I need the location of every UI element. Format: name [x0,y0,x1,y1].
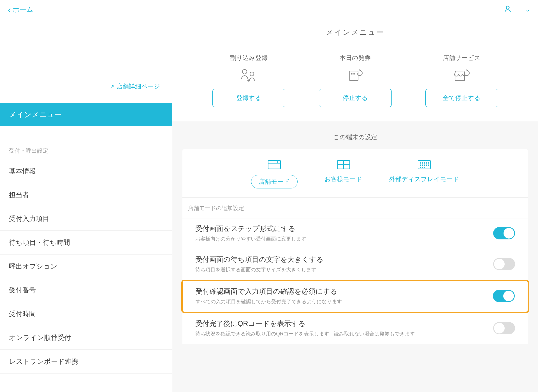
sidebar-active-label: メインメニュー [9,110,62,119]
setting-row: 受付画面をステップ形式にするお客様向けの分かりやすい受付画面に変更します [182,218,528,249]
setting-title: 受付画面をステップ形式にする [195,224,493,233]
chevron-left-icon: ‹ [8,5,11,14]
topbar-right: ⌄ [504,5,530,14]
setting-row: 受付確認画面で入力項目の確認を必須にするすべての入力項目を確認してから受付完了で… [181,280,529,313]
svg-rect-3 [350,71,358,81]
settings-section: 店舗モードの追加設定 受付画面をステップ形式にするお客様向けの分かりやすい受付画… [182,198,528,344]
svg-point-22 [422,165,423,166]
setting-title: 受付画面の待ち項目の文字を大きくする [195,255,493,264]
chevron-down-icon[interactable]: ⌄ [525,6,530,13]
toggle-switch[interactable] [493,258,515,270]
mode-tabs: 店舗モードお客様モード外部ディスプレイモード [182,149,528,198]
setting-text: 受付画面をステップ形式にするお客様向けの分かりやすい受付画面に変更します [195,224,493,242]
people-swap-icon [240,67,258,85]
mode-tab-icon [417,159,432,171]
svg-point-16 [420,163,421,164]
menu-card-title: 本日の発券 [340,54,371,62]
toggle-switch[interactable] [493,322,515,334]
sidebar-item[interactable]: 受付入力項目 [0,207,172,231]
settings-section-label: 店舗モードの追加設定 [182,198,528,218]
svg-point-26 [420,167,421,168]
toggle-switch[interactable] [493,227,515,239]
svg-point-20 [428,163,429,164]
svg-point-0 [506,6,509,9]
sidebar-item-main-menu[interactable]: メインメニュー [0,103,172,126]
store-detail-link[interactable]: ↗ 店舗詳細ページ [110,82,160,91]
main-content: メインメニュー 割り込み登録登録する本日の発券停止する店舗サービス全て停止する … [172,19,538,392]
menu-card-title: 店舗サービス [443,54,481,62]
sidebar-item[interactable]: 受付時間 [0,302,172,326]
menu-card: 店舗サービス全て停止する [425,54,498,107]
sidebar-item[interactable]: 担当者 [0,183,172,207]
mode-tab-label: 店舗モード [251,175,298,188]
sidebar-item[interactable]: 受付番号 [0,278,172,302]
store-detail-label: 店舗詳細ページ [117,82,160,91]
svg-point-21 [420,165,421,166]
svg-point-4 [351,74,351,74]
menu-card-button[interactable]: 停止する [319,89,392,107]
sidebar-item[interactable]: 基本情報 [0,159,172,183]
svg-point-19 [426,163,427,164]
svg-point-17 [422,163,423,164]
svg-point-5 [353,74,353,74]
menu-card-button[interactable]: 登録する [212,89,285,107]
menu-card: 割り込み登録登録する [212,54,285,107]
svg-point-28 [424,167,425,168]
mode-tab[interactable]: お客様モード [324,159,362,188]
setting-row: 受付完了後にQRコードを表示する待ち状況を確認できる読み取り用のQRコードを表示… [182,313,528,344]
setting-text: 受付確認画面で入力項目の確認を必須にするすべての入力項目を確認してから受付完了で… [196,287,493,305]
sidebar: ↗ 店舗詳細ページ メインメニュー 受付・呼出設定 基本情報担当者受付入力項目待… [0,19,172,392]
svg-point-23 [424,165,425,166]
setting-desc: すべての入力項目を確認してから受付完了できるようになります [196,298,493,305]
setting-text: 受付完了後にQRコードを表示する待ち状況を確認できる読み取り用のQRコードを表示… [195,319,493,337]
svg-point-18 [424,163,425,164]
back-button[interactable]: ‹ ホーム [8,5,33,14]
user-icon[interactable] [504,5,512,14]
setting-desc: 待ち状況を確認できる読み取り用のQRコードを表示します 読み取れない場合は発券も… [195,330,493,337]
mode-tab-icon [267,159,282,171]
topbar: ‹ ホーム ⌄ [0,0,538,19]
menu-card-title: 割り込み登録 [230,54,268,62]
setting-desc: お客様向けの分かりやすい受付画面に変更します [195,235,493,242]
svg-rect-7 [268,160,280,169]
ticket-refresh-icon [347,67,364,85]
external-link-icon: ↗ [110,83,114,90]
sidebar-item[interactable]: 待ち項目・待ち時間 [0,231,172,255]
sidebar-item[interactable]: オンライン順番受付 [0,326,172,350]
toggle-switch[interactable] [493,290,515,302]
sidebar-item[interactable]: レストランボード連携 [0,350,172,374]
setting-title: 受付完了後にQRコードを表示する [195,319,493,328]
svg-point-24 [426,165,427,166]
svg-point-2 [250,72,254,76]
svg-point-1 [242,69,247,74]
sidebar-header-area: ↗ 店舗詳細ページ [0,19,172,103]
device-settings-header: この端末の設定 [172,121,538,149]
store-refresh-icon [453,67,471,85]
svg-point-6 [354,74,355,74]
menu-card-button[interactable]: 全て停止する [425,89,498,107]
setting-title: 受付確認画面で入力項目の確認を必須にする [196,287,493,296]
mode-box: 店舗モードお客様モード外部ディスプレイモード [182,149,528,198]
mode-tab[interactable]: 外部ディスプレイモード [389,159,459,188]
setting-row: 受付画面の待ち項目の文字を大きくする待ち項目を選択する画面の文字サイズを大きくし… [182,249,528,280]
menu-card: 本日の発券停止する [319,54,392,107]
back-label: ホーム [13,5,33,14]
main-header: メインメニュー [172,19,538,46]
menu-cards-row: 割り込み登録登録する本日の発券停止する店舗サービス全て停止する [172,46,538,121]
mode-tab[interactable]: 店舗モード [251,159,298,188]
setting-desc: 待ち項目を選択する画面の文字サイズを大きくします [195,266,493,273]
svg-point-25 [428,165,429,166]
sidebar-item[interactable]: 呼出オプション [0,255,172,278]
mode-tab-label: お客様モード [324,175,362,183]
mode-tab-icon [336,159,351,171]
svg-point-27 [422,167,423,168]
mode-tab-label: 外部ディスプレイモード [389,175,459,183]
sidebar-section-label: 受付・呼出設定 [0,144,172,159]
setting-text: 受付画面の待ち項目の文字を大きくする待ち項目を選択する画面の文字サイズを大きくし… [195,255,493,273]
